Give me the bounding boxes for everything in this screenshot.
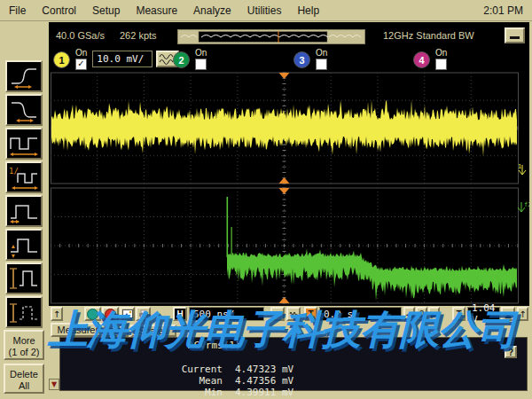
- pan-right-button[interactable]: ▶: [428, 307, 440, 321]
- delete-all-button[interactable]: DeleteAll: [4, 364, 44, 394]
- measurement-source: ACVrms(1): [188, 340, 241, 351]
- acquisition-preview-bar[interactable]: [177, 29, 365, 44]
- channel-4-on-checkbox[interactable]: [435, 59, 447, 70]
- bandwidth-label: 12GHz Standard BW: [383, 30, 474, 41]
- menu-analyze[interactable]: Analyze: [193, 3, 240, 19]
- stop-button[interactable]: [102, 307, 119, 321]
- measure-frequency-button[interactable]: 1/: [5, 161, 43, 193]
- run-button[interactable]: [84, 307, 101, 321]
- channel-2-button[interactable]: 2: [173, 51, 190, 68]
- trigger-position-icon[interactable]: T: [304, 307, 317, 321]
- measure-v-peak-peak-button[interactable]: [5, 262, 43, 294]
- waveform-display: 1f2: [51, 71, 529, 306]
- menu-setup[interactable]: Setup: [92, 3, 129, 19]
- menu-measure[interactable]: Measure: [136, 3, 186, 19]
- measure-sidebar: 1/ More(1 of 2) DeleteAll: [0, 21, 49, 399]
- measure-v-base-button[interactable]: [5, 229, 43, 261]
- print-button[interactable]: [136, 307, 151, 321]
- clock: 2:01 PM: [483, 4, 523, 17]
- menu-bar: File Control Setup Measure Analyze Utili…: [0, 0, 532, 21]
- measure-v-rms-button[interactable]: [5, 296, 43, 328]
- svg-text:1: 1: [518, 163, 521, 170]
- channel-2-on-checkbox[interactable]: [195, 59, 207, 70]
- channel-4-on-label: On: [435, 49, 447, 58]
- measure-rise-time-button[interactable]: [5, 60, 43, 92]
- scope-main: 40.0 GSa/s 262 kpts 12GHz Standard BW 1 …: [49, 22, 529, 395]
- channel-2-on-label: On: [195, 49, 207, 58]
- measurements-scroll-down-button[interactable]: ▼: [49, 379, 59, 390]
- horizontal-toolbar: ↑ H 500 ns/ T 0.0 s ◀ 0 ▶ T 1.04 V ▲ ↑: [49, 306, 529, 322]
- trigger-level-field[interactable]: 1.04 V: [467, 307, 500, 321]
- measure-period-button[interactable]: [5, 128, 43, 160]
- horizontal-icon[interactable]: H: [173, 307, 187, 321]
- measurements-section: Measurements Scales ▼ ACVrms(1) Current4…: [49, 322, 529, 395]
- pan-left-button[interactable]: ◀: [403, 307, 415, 321]
- menu-file[interactable]: File: [9, 3, 35, 19]
- measure-fall-time-button[interactable]: [5, 94, 43, 126]
- timebase-field[interactable]: 500 ns/: [189, 307, 264, 321]
- channel-1-on-checkbox[interactable]: ✓: [75, 59, 87, 70]
- minimize-button[interactable]: [505, 27, 525, 43]
- channel-2-controls: 2 On: [173, 49, 207, 72]
- sample-rate: 40.0 GSa/s: [56, 30, 105, 41]
- pan-zero-button[interactable]: 0: [416, 307, 427, 321]
- tab-scales[interactable]: Scales: [130, 325, 176, 337]
- channel-3-button[interactable]: 3: [293, 51, 310, 68]
- channel-3-controls: 3 On: [293, 49, 327, 72]
- svg-text:f2: f2: [524, 201, 529, 208]
- trigger-level-icon[interactable]: T: [452, 307, 466, 321]
- delay-field[interactable]: 0.0 s: [319, 307, 402, 321]
- channel-1-on-label: On: [75, 49, 87, 58]
- channel-4-button[interactable]: 4: [413, 51, 430, 68]
- svg-text:1/: 1/: [9, 167, 19, 176]
- scroll-up-left-button[interactable]: ↑: [51, 307, 63, 321]
- measure-positive-width-button[interactable]: [5, 195, 43, 227]
- menu-utilities[interactable]: Utilities: [247, 3, 291, 19]
- timebase-increase-button[interactable]: [286, 307, 301, 321]
- menu-help[interactable]: Help: [297, 3, 328, 19]
- screenshot-button[interactable]: [120, 307, 135, 321]
- channel-3-on-label: On: [316, 49, 327, 58]
- tab-measurements[interactable]: Measurements: [51, 323, 129, 337]
- measurements-panel: ACVrms(1) Current4.47323 mV Mean4.47356 …: [59, 337, 528, 391]
- help-button[interactable]: ?: [505, 346, 517, 358]
- channel-4-controls: 4 On: [413, 49, 447, 72]
- more-button[interactable]: More(1 of 2): [4, 330, 44, 360]
- channel-1-button[interactable]: 1: [53, 51, 70, 68]
- channel-1-controls: 1 On ✓ 10.0 mV/: [53, 49, 179, 72]
- measurement-row-max: Max4.55661 mV: [60, 387, 293, 399]
- timebase-decrease-button[interactable]: [270, 307, 285, 321]
- menu-control[interactable]: Control: [42, 3, 85, 19]
- memory-depth: 262 kpts: [120, 30, 157, 41]
- trigger-level-up-button[interactable]: ▲: [501, 307, 515, 321]
- channel-1-scale-field[interactable]: 10.0 mV/: [92, 51, 153, 67]
- channel-3-on-checkbox[interactable]: [316, 59, 327, 70]
- scroll-up-right-button[interactable]: ↑: [517, 307, 528, 321]
